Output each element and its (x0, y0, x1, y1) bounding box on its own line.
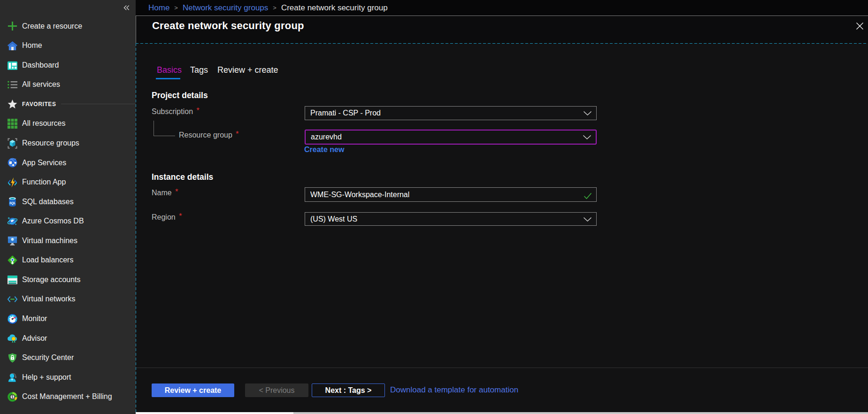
svg-text:SQL: SQL (9, 201, 16, 205)
